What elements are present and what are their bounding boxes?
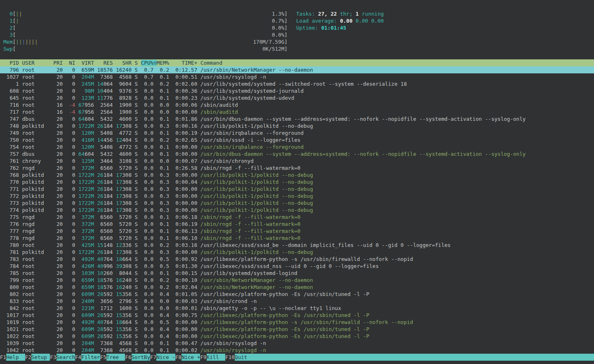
- process-row-pid-645[interactable]: 645 root 20 0 123M 11776 8928 S 0.0 0.1 …: [0, 94, 594, 101]
- mem-value: 170M/7.59G: [253, 38, 285, 45]
- fkey-f5-key[interactable]: F5: [100, 354, 106, 361]
- process-row-pid-772[interactable]: 772 polkitd 20 0 1722M 26184 17308 S 0.0…: [0, 193, 594, 200]
- column-header-mem[interactable]: MEM%: [157, 60, 169, 66]
- process-row-pid-773[interactable]: 773 polkitd 20 0 1722M 26184 17308 S 0.0…: [0, 200, 594, 207]
- column-header-time+[interactable]: TIME+: [172, 60, 198, 66]
- process-row-pid-608[interactable]: 608 root 20 0 98M 10404 9376 S 0.0 0.1 0…: [0, 87, 594, 94]
- fkey-f6-key[interactable]: F6: [125, 354, 131, 361]
- process-row-pid-776[interactable]: 776 rngd 20 0 372M 6560 5720 S 0.0 0.1 0…: [0, 221, 594, 228]
- process-command: /usr/libexec/sssd/sssd_be --domain impli…: [200, 242, 451, 248]
- fkey-f4-label-filter[interactable]: Filter: [81, 354, 100, 361]
- fkey-f7-label-nice[interactable]: Nice -: [156, 354, 175, 361]
- process-command: /usr/libexec/platform-python -Es /usr/sb…: [200, 326, 369, 332]
- process-row-pid-716[interactable]: 716 root 16 -4 67956 2564 1900 S 0.0 0.0…: [0, 101, 594, 108]
- header-area: 0[||1.3%] 1[|0.7%] 2[0.0%] 3[0.0%]Mem[||…: [0, 0, 594, 59]
- process-command: /usr/libexec/platform-python -Es /usr/sb…: [200, 312, 369, 318]
- column-header-res[interactable]: RES: [97, 60, 113, 66]
- cpu-1-label: 1: [3, 18, 13, 24]
- column-header-virt[interactable]: VIRT: [78, 60, 94, 66]
- column-header-user[interactable]: USER: [22, 60, 50, 66]
- fkey-f9-label-kill[interactable]: Kill: [207, 354, 226, 361]
- process-row-pid-1027[interactable]: 1027 root 20 0 204M 7368 4568 S 0.7 0.1 …: [0, 73, 594, 80]
- fkey-f2-label-setup[interactable]: Setup: [31, 354, 50, 361]
- mem-label: Mem: [3, 39, 13, 45]
- process-table-header: PID USER PRI NI VIRT RES SHR S CPU%▽MEM%…: [0, 59, 594, 66]
- fkey-f1-label-help[interactable]: Help: [6, 354, 25, 361]
- fkey-f9-key[interactable]: F9: [200, 354, 206, 361]
- process-row-pid-800[interactable]: 800 root 20 0 659M 18576 16240 S 0.0 0.2…: [0, 284, 594, 291]
- process-command: /sbin/rngd -f --fill-watermark=0: [200, 165, 301, 171]
- process-row-pid-1[interactable]: 1 root 20 0 245M 14064 9604 S 0.0 0.2 0:…: [0, 80, 594, 87]
- process-row-pid-762[interactable]: 762 rngd 20 0 372M 6560 5720 S 0.0 0.1 0…: [0, 164, 594, 171]
- process-row-pid-1021[interactable]: 1021 root 20 0 609M 28592 15356 S 0.0 0.…: [0, 326, 594, 333]
- process-command: /usr/lib/polkit-1/polkitd --no-debug: [200, 123, 313, 129]
- process-rows: 796 root 20 0 659M 18576 16240 S 0.7 0.2…: [0, 66, 594, 354]
- process-row-pid-783[interactable]: 783 root 20 0 492M 40764 18664 S 0.0 0.5…: [0, 256, 594, 263]
- swp-label: Swp: [3, 46, 13, 52]
- process-row-pid-842[interactable]: 842 root 20 0 221M 1712 1600 S 0.0 0.0 0…: [0, 305, 594, 312]
- process-row-pid-768[interactable]: 768 polkitd 20 0 1722M 26184 17308 S 0.0…: [0, 171, 594, 178]
- process-row-pid-750[interactable]: 750 root 20 0 416M 14456 12404 S 0.0 0.2…: [0, 136, 594, 143]
- sort-arrow-icon: ▽: [153, 60, 157, 66]
- column-header-cpu[interactable]: CPU%: [141, 60, 153, 66]
- process-row-pid-748[interactable]: 748 polkitd 20 0 1722M 26184 17308 S 0.0…: [0, 122, 594, 129]
- process-row-pid-802[interactable]: 802 root 20 0 609M 28592 15356 S 0.0 0.4…: [0, 291, 594, 298]
- process-command: /usr/lib/polkit-1/polkitd --no-debug: [200, 193, 313, 199]
- swp-meter: Swp[0K/512M]: [0, 45, 594, 52]
- fkey-f3-label-search[interactable]: Search: [57, 354, 75, 361]
- column-header-shr[interactable]: SHR: [116, 60, 132, 66]
- fkey-f3-key[interactable]: F3: [50, 354, 56, 361]
- fkey-f8-key[interactable]: F8: [175, 354, 182, 361]
- cpu-3-value: 0.0%: [272, 31, 284, 38]
- process-command: /usr/sbin/NetworkManager --no-daemon: [200, 284, 313, 290]
- column-header-pid[interactable]: PID: [3, 60, 19, 66]
- column-header-command[interactable]: Command: [200, 60, 222, 66]
- process-command: /usr/lib/polkit-1/polkitd --no-debug: [200, 200, 313, 206]
- uptime: Uptime: 01:01:45: [296, 24, 384, 31]
- process-row-pid-754[interactable]: 754 root 20 0 120M 5408 4772 S 0.0 0.1 0…: [0, 143, 594, 150]
- process-row-pid-775[interactable]: 775 rngd 20 0 372M 6560 5720 S 0.0 0.1 0…: [0, 214, 594, 221]
- process-row-pid-757[interactable]: 757 dbus 20 0 64604 5432 4600 S 0.0 0.1 …: [0, 150, 594, 157]
- process-row-pid-1017[interactable]: 1017 root 20 0 609M 28592 15356 S 0.0 0.…: [0, 312, 594, 319]
- process-row-pid-780[interactable]: 780 root 20 0 425M 15148 12336 S 0.0 0.2…: [0, 242, 594, 249]
- column-header-ni[interactable]: NI: [66, 60, 75, 66]
- process-row-pid-777[interactable]: 777 rngd 20 0 372M 6560 5720 S 0.0 0.1 0…: [0, 228, 594, 235]
- process-row-pid-785[interactable]: 785 root 20 0 103M 10260 8044 S 0.0 0.1 …: [0, 270, 594, 277]
- process-row-pid-774[interactable]: 774 polkitd 20 0 1722M 26184 17308 S 0.0…: [0, 207, 594, 214]
- fkey-f10-label-quit[interactable]: Quit: [235, 354, 594, 361]
- process-command: /sbin/auditd: [200, 109, 238, 115]
- process-row-pid-796[interactable]: 796 root 20 0 659M 18576 16240 S 0.7 0.2…: [0, 66, 594, 73]
- fkey-f6-label-sortby[interactable]: SortBy: [132, 354, 151, 361]
- process-row-pid-747[interactable]: 747 dbus 20 0 64604 5432 4600 S 0.0 0.1 …: [0, 115, 594, 122]
- process-row-pid-770[interactable]: 770 polkitd 20 0 1722M 26184 17308 S 0.0…: [0, 178, 594, 186]
- process-row-pid-784[interactable]: 784 root 20 0 426M 40996 39308 S 0.0 0.5…: [0, 263, 594, 270]
- process-row-pid-1039[interactable]: 1039 root 20 0 204M 7368 4568 S 0.0 0.1 …: [0, 340, 594, 347]
- process-command: /sbin/rngd -f --fill-watermark=0: [200, 228, 301, 234]
- process-row-pid-771[interactable]: 771 polkitd 20 0 1722M 26184 17308 S 0.0…: [0, 186, 594, 193]
- process-command: /sbin/rngd -f --fill-watermark=0: [200, 221, 301, 227]
- fkey-f7-key[interactable]: F7: [150, 354, 156, 361]
- fkey-f4-key[interactable]: F4: [75, 354, 81, 361]
- process-row-pid-833[interactable]: 833 root 20 0 240M 3656 2796 S 0.0 0.0 0…: [0, 298, 594, 305]
- tasks-summary: Tasks: 27, 22 thr; 1 running: [296, 10, 384, 17]
- fkey-f5-label-tree[interactable]: Tree: [106, 354, 125, 361]
- fkey-f1-key[interactable]: F1: [0, 354, 6, 361]
- process-row-pid-778[interactable]: 778 rngd 20 0 372M 6560 5720 S 0.0 0.1 0…: [0, 235, 594, 242]
- process-command: /usr/lib/polkit-1/polkitd --no-debug: [200, 249, 313, 255]
- process-row-pid-1042[interactable]: 1042 root 20 0 204M 7368 4568 S 0.0 0.1 …: [0, 347, 594, 354]
- process-row-pid-781[interactable]: 781 polkitd 20 0 1722M 26184 17308 S 0.0…: [0, 249, 594, 256]
- process-command: /sbin/auditd: [200, 102, 238, 108]
- fkey-f2-key[interactable]: F2: [25, 354, 31, 361]
- cpu-2-value: 0.0%: [272, 24, 284, 31]
- process-row-pid-799[interactable]: 799 root 20 0 659M 18576 16240 S 0.0 0.2…: [0, 277, 594, 284]
- column-header-pri[interactable]: PRI: [53, 60, 63, 66]
- process-row-pid-717[interactable]: 717 root 16 -4 67956 2564 1900 S 0.0 0.0…: [0, 108, 594, 115]
- process-row-pid-761[interactable]: 761 chrony 20 0 125M 3464 3108 S 0.0 0.0…: [0, 157, 594, 164]
- process-row-pid-1022[interactable]: 1022 root 20 0 609M 28592 15356 S 0.0 0.…: [0, 333, 594, 340]
- process-row-pid-749[interactable]: 749 root 20 0 120M 5408 4772 S 0.0 0.1 0…: [0, 129, 594, 136]
- process-row-pid-1019[interactable]: 1019 root 20 0 492M 40764 18664 S 0.0 0.…: [0, 319, 594, 326]
- process-command: /sbin/rngd -f --fill-watermark=0: [200, 235, 301, 241]
- process-command: /usr/sbin/crond -n: [200, 298, 257, 304]
- fkey-f10-key[interactable]: F10: [225, 354, 235, 361]
- fkey-f8-label-nice[interactable]: Nice +: [182, 354, 200, 361]
